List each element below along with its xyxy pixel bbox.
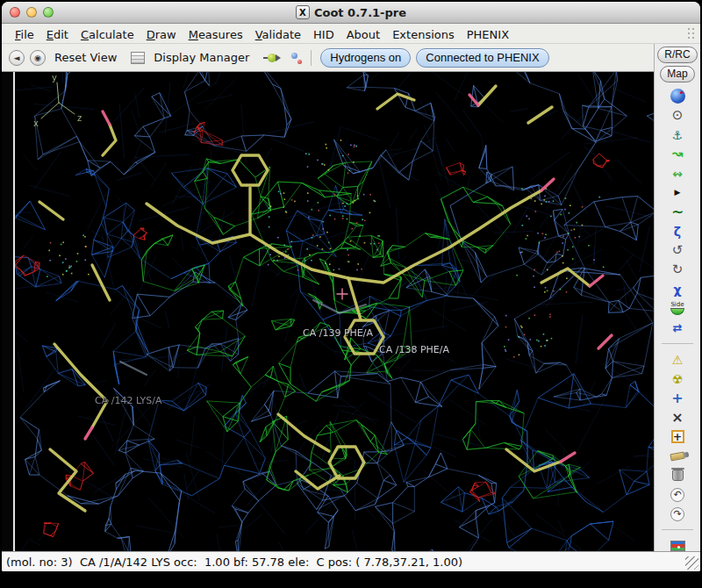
- display-manager-button[interactable]: Display Manager: [150, 51, 253, 64]
- map-button[interactable]: Map: [660, 66, 694, 82]
- toolbar-separator: [311, 50, 312, 66]
- resize-grip[interactable]: [685, 556, 698, 570]
- traffic-lights: [10, 7, 54, 18]
- menu-bar: FileEditCalculateDrawMeasuresValidateHID…: [2, 24, 700, 44]
- back-view-icon[interactable]: ◄: [9, 50, 25, 66]
- menu-item-phenix[interactable]: PHENIX: [461, 26, 515, 43]
- menu-item-edit[interactable]: Edit: [40, 26, 75, 43]
- record-view-icon[interactable]: ◉: [30, 50, 46, 66]
- regularize-zone-icon[interactable]: ↭: [669, 166, 686, 181]
- x11-icon: X: [296, 5, 310, 19]
- right-sidebar: R/RC Map ⊙⚓↝↭▶∼ζ↺↻χSide⇄⚠☢+×+↶↷▷: [654, 44, 700, 551]
- reset-view-button[interactable]: Reset View: [51, 51, 120, 64]
- minimize-button[interactable]: [26, 7, 37, 18]
- atom-status-text: (mol. no: 3) CA /1/A/142 LYS occ: 1.00 b…: [2, 556, 462, 569]
- pointer-atom-icon[interactable]: +: [669, 429, 686, 444]
- display-manager-icon[interactable]: [131, 52, 145, 64]
- fixed-atoms-icon[interactable]: ▶: [669, 185, 686, 200]
- hydrogens-toggle-button[interactable]: Hydrogens on: [320, 48, 411, 68]
- brush-icon[interactable]: [669, 448, 686, 463]
- recentre-view-icon[interactable]: ⊙: [669, 108, 686, 123]
- sidebar-separator: [662, 529, 693, 530]
- edit-backbone-icon[interactable]: ⇄: [669, 320, 686, 335]
- menu-item-file[interactable]: File: [9, 26, 40, 43]
- menu-item-extensions[interactable]: Extensions: [386, 26, 461, 43]
- place-atom-icon[interactable]: +: [669, 391, 686, 405]
- rrc-button[interactable]: R/RC: [657, 47, 697, 63]
- undo-icon[interactable]: ↶: [669, 487, 686, 502]
- rigid-body-fit-icon[interactable]: ∼: [669, 204, 686, 219]
- left-gutter: [2, 72, 13, 551]
- window-title: Coot 0.7.1-pre: [314, 6, 406, 19]
- redo-icon[interactable]: ↷: [669, 506, 686, 521]
- phenix-connection-button[interactable]: Connected to PHENIX: [416, 48, 548, 68]
- density-map-canvas[interactable]: [15, 72, 654, 554]
- viewport-3d[interactable]: CA /139 PHE/ACA /138 PHE/ACA /142 LYS/A: [15, 72, 654, 554]
- go-to-ligand-icon[interactable]: [263, 53, 281, 63]
- sidebar-separator: [662, 343, 693, 344]
- clear-pending-picks-icon[interactable]: ×: [669, 410, 686, 425]
- menu-item-validate[interactable]: Validate: [249, 26, 307, 43]
- main-toolbar: ◄ ◉ Reset View Display Manager Hydrogens…: [2, 44, 654, 72]
- title-bar[interactable]: X Coot 0.7.1-pre: [2, 2, 700, 24]
- coot-window: X Coot 0.7.1-pre FileEditCalculateDrawMe…: [2, 2, 700, 571]
- menu-item-about[interactable]: About: [340, 26, 386, 43]
- auto-fit-rotamer-icon[interactable]: ↺: [669, 243, 686, 258]
- edit-chi-angles-icon[interactable]: χ: [669, 282, 686, 297]
- clipping-sphere-icon[interactable]: [669, 89, 686, 104]
- menu-item-hid[interactable]: HID: [307, 26, 340, 43]
- flip-sidechain-icon[interactable]: Side: [669, 301, 686, 316]
- real-space-refine-icon[interactable]: ↝: [669, 147, 686, 161]
- menu-item-calculate[interactable]: Calculate: [75, 26, 140, 43]
- add-terminal-residue-icon[interactable]: ⚠: [669, 352, 686, 367]
- rotate-translate-zone-icon[interactable]: ζ: [669, 224, 686, 239]
- status-bar: (mol. no: 3) CA /1/A/142 LYS occ: 1.00 b…: [2, 551, 700, 571]
- raw-molecule-icon[interactable]: [290, 52, 302, 64]
- close-button[interactable]: [10, 7, 20, 18]
- menu-grip-handle[interactable]: [687, 27, 695, 39]
- anchor-residue-icon[interactable]: ⚓: [669, 127, 686, 142]
- add-alt-conf-icon[interactable]: ☢: [669, 371, 686, 386]
- rotamers-icon[interactable]: ↻: [669, 262, 686, 277]
- delete-item-icon[interactable]: [669, 468, 686, 483]
- zoom-button[interactable]: [43, 7, 54, 18]
- menu-item-draw[interactable]: Draw: [140, 26, 183, 43]
- menu-item-measures[interactable]: Measures: [183, 26, 249, 43]
